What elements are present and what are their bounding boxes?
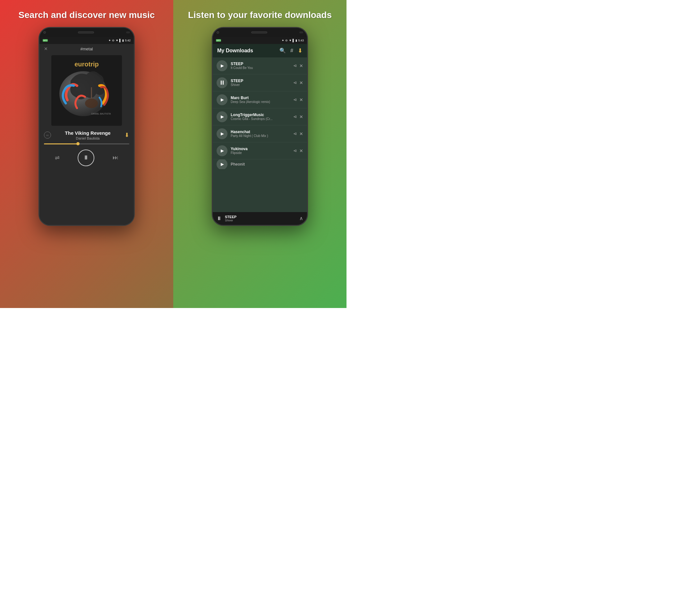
track-actions-2: ⊲ ✕ <box>293 80 303 85</box>
track-list: ▶ STEEP It Could Be You ⊲ ✕ <box>213 57 307 212</box>
pause-bar <box>221 81 222 85</box>
speaker-left <box>78 32 94 33</box>
list-item[interactable]: ▶ Hasenchat Party All Night ( Club Mix )… <box>213 125 307 142</box>
share-icon-2[interactable]: ⊲ <box>293 80 297 85</box>
play-icon-4: ▶ <box>221 114 224 119</box>
bluetooth-icon: ✦ <box>108 39 111 42</box>
track-name-7: Pheonit <box>231 162 245 166</box>
track-name-5: Hasenchat <box>231 130 290 134</box>
share-icon-6[interactable]: ⊲ <box>293 148 297 153</box>
bluetooth-icon-right: ✦ <box>282 39 284 42</box>
share-icon-3[interactable]: ⊲ <box>293 97 297 102</box>
track-title: The Viking Revenge <box>65 130 111 136</box>
player-header: ✕ #metal <box>39 44 134 54</box>
list-item-partial: ▶ Pheonit <box>213 159 307 169</box>
hashtag-icon[interactable]: # <box>290 48 293 54</box>
remove-icon-1[interactable]: ✕ <box>299 63 303 68</box>
play-button-5[interactable]: ▶ <box>217 128 227 139</box>
now-playing-pause-icon[interactable]: ⏸ <box>217 216 222 221</box>
left-phone: MP3 ✦ ⊖ ▼ ▌ ▮ 5:42 ✕ #metal <box>39 27 135 226</box>
wifi-icon: ▼ <box>116 39 118 42</box>
battery-icon-right: ▮ <box>296 39 297 42</box>
track-text-3: Marc Burt Deep Sea (Aerologic remix) <box>231 96 290 104</box>
sensor-left <box>126 32 130 33</box>
right-phone: MP3 ✦ ⊖ ▼ ▌ ▮ 5:43 My Downloads 🔍 # ⬇ <box>212 27 308 226</box>
progress-area <box>39 141 134 146</box>
play-button-4[interactable]: ▶ <box>217 111 227 122</box>
pause-button-2[interactable] <box>217 77 227 88</box>
cc-icon: cc <box>44 132 51 139</box>
list-item[interactable]: ▶ STEEP It Could Be You ⊲ ✕ <box>213 57 307 75</box>
mp3-badge: MP3 <box>43 39 48 42</box>
track-actions-3: ⊲ ✕ <box>293 97 303 102</box>
remove-icon-4[interactable]: ✕ <box>299 114 303 119</box>
track-actions-1: ⊲ ✕ <box>293 63 303 68</box>
progress-thumb[interactable] <box>76 142 80 145</box>
signal-icon: ▌ <box>119 39 121 42</box>
remove-icon-5[interactable]: ✕ <box>299 131 303 136</box>
shuffle-button[interactable]: ⇌ <box>55 154 60 161</box>
play-icon: ▶ <box>221 63 224 68</box>
svg-point-2 <box>85 99 98 108</box>
play-button-3[interactable]: ▶ <box>217 94 227 105</box>
share-icon-5[interactable]: ⊲ <box>293 131 297 136</box>
track-sub-5: Party All Night ( Club Mix ) <box>231 134 290 138</box>
phone-top-right <box>213 28 307 37</box>
now-playing-text: STEEP Shiver <box>225 215 296 222</box>
track-actions-4: ⊲ ✕ <box>293 114 303 119</box>
now-playing-bar[interactable]: ⏸ STEEP Shiver ∧ <box>213 212 307 225</box>
progress-bar[interactable] <box>44 143 129 144</box>
list-item[interactable]: ▶ Marc Burt Deep Sea (Aerologic remix) ⊲… <box>213 92 307 108</box>
remove-icon-3[interactable]: ✕ <box>299 97 303 102</box>
now-playing-artist: Shiver <box>225 219 296 222</box>
share-icon-1[interactable]: ⊲ <box>293 63 297 68</box>
download-queue-icon[interactable]: ⬇ <box>298 47 302 54</box>
left-headline: Search and discover new music <box>19 9 155 21</box>
next-button[interactable]: ⏭ <box>113 154 118 161</box>
svg-text:DANIEL BAUTISTA: DANIEL BAUTISTA <box>92 113 111 115</box>
track-text-2: STEEP Shiver <box>231 79 290 87</box>
track-info: cc The Viking Revenge Daniel Bautista ⬇ <box>39 127 134 141</box>
track-text-1: STEEP It Could Be You <box>231 62 290 69</box>
track-name-1: STEEP <box>231 62 290 66</box>
remove-icon-6[interactable]: ✕ <box>299 148 303 153</box>
list-item[interactable]: ▶ Yukinova Flipside ⊲ ✕ <box>213 142 307 159</box>
now-playing-title: STEEP <box>225 215 296 219</box>
pause-button-large[interactable]: ⏸ <box>78 150 94 166</box>
track-name-4: LongTriggerMusic <box>231 113 290 117</box>
list-item[interactable]: ▶ LongTriggerMusic Cosmic Gita - Sundrop… <box>213 108 307 125</box>
play-button-6[interactable]: ▶ <box>217 145 227 156</box>
downloads-screen: My Downloads 🔍 # ⬇ ▶ STEEP <box>213 44 307 225</box>
mp3-badge-right: MP3 <box>216 39 221 42</box>
track-sub-4: Cosmic Gita - Sundrops (Cr... <box>231 117 290 121</box>
player-tag: #metal <box>80 46 93 51</box>
chevron-up-icon[interactable]: ∧ <box>299 215 303 221</box>
play-icon-5: ▶ <box>221 131 224 136</box>
download-icon[interactable]: ⬇ <box>124 132 129 139</box>
play-button-1[interactable]: ▶ <box>217 60 227 71</box>
remove-icon-2[interactable]: ✕ <box>299 80 303 85</box>
player-content: ✕ #metal <box>39 44 134 225</box>
svg-text:eurotrip: eurotrip <box>75 61 99 68</box>
play-icon-6: ▶ <box>221 148 224 153</box>
share-icon-4[interactable]: ⊲ <box>293 114 297 119</box>
track-sub-1: It Could Be You <box>231 66 290 69</box>
list-item[interactable]: STEEP Shiver ⊲ ✕ <box>213 75 307 92</box>
status-right-left: ✦ ⊖ ▼ ▌ ▮ 5:42 <box>108 39 131 42</box>
speaker-right <box>251 32 267 33</box>
track-name-6: Yukinova <box>231 146 290 151</box>
play-button-7[interactable]: ▶ <box>217 159 227 169</box>
search-icon[interactable]: 🔍 <box>279 47 286 54</box>
album-art-svg: eurotrip DANIEL BAUTISTA <box>51 55 122 126</box>
close-icon[interactable]: ✕ <box>44 46 48 51</box>
left-panel: Search and discover new music MP3 ✦ ⊖ ▼ … <box>0 0 173 308</box>
track-name-3: Marc Burt <box>231 96 290 100</box>
album-art: eurotrip DANIEL BAUTISTA <box>51 55 122 126</box>
track-text-6: Yukinova Flipside <box>231 146 290 155</box>
minus-icon: ⊖ <box>112 39 115 42</box>
pause-icon: ⏸ <box>83 154 89 161</box>
track-sub-3: Deep Sea (Aerologic remix) <box>231 100 290 104</box>
track-actions-6: ⊲ ✕ <box>293 148 303 153</box>
time-right: 5:43 <box>298 39 304 42</box>
play-icon-3: ▶ <box>221 97 224 102</box>
